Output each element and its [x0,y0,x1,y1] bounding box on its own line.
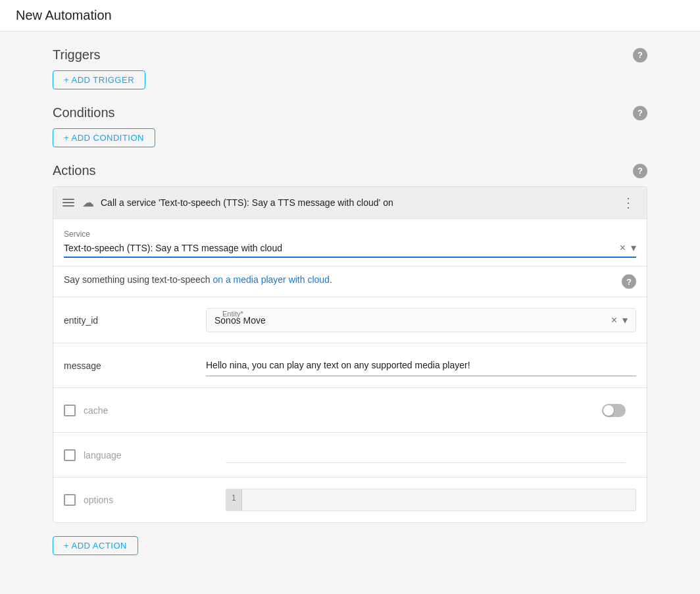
cache-checkbox[interactable] [64,405,76,416]
service-select-value: Text-to-speech (TTS): Say a TTS message … [64,243,620,253]
cache-checkbox-group: cache [64,405,215,416]
drag-handle[interactable] [61,197,76,208]
options-checkbox-group: options [64,494,215,506]
dropdown-arrow-icon[interactable]: ▾ [631,241,636,254]
options-line-number: 1 [226,489,242,510]
cache-label: cache [84,405,215,416]
options-row: options 1 [53,478,647,522]
cloud-upload-icon: ☁ [82,195,94,210]
triggers-help-icon[interactable]: ? [633,48,647,62]
actions-title: Actions [53,163,96,178]
message-control[interactable]: Hello nina, you can play any text on any… [206,355,636,376]
cache-toggle[interactable] [602,404,626,417]
message-value: Hello nina, you can play any text on any… [206,355,636,376]
page-title: New Automation [16,8,112,22]
action-header-text: Call a service 'Text-to-speech (TTS): Sa… [101,197,611,208]
clear-service-icon[interactable]: × [620,242,626,254]
options-label: options [84,495,215,505]
description-row: Say something using text-to-speech on a … [53,266,647,297]
options-control: 1 [226,489,636,511]
language-label: language [84,450,215,460]
service-select-icons: × ▾ [620,241,636,254]
entity-field-label: Entity* [220,310,246,318]
service-select-wrapper[interactable]: Text-to-speech (TTS): Say a TTS message … [64,241,636,258]
conditions-section: Conditions ? + ADD CONDITION [53,105,647,147]
clear-entity-icon[interactable]: × [611,314,617,326]
page-header: New Automation [0,0,700,32]
entity-id-field[interactable]: Entity* Sonos Move × ▾ [206,308,636,332]
service-row: Service Text-to-speech (TTS): Say a TTS … [53,219,647,266]
conditions-title: Conditions [53,105,115,120]
actions-section: Actions ? ☁ Call a service 'Text-to-spee… [53,163,647,555]
action-body: Service Text-to-speech (TTS): Say a TTS … [53,219,647,522]
options-checkbox[interactable] [64,494,76,506]
actions-help-icon[interactable]: ? [633,164,647,178]
description-link: on a media player with cloud [213,274,329,285]
triggers-section: Triggers ? + ADD TRIGGER [53,47,647,89]
language-checkbox-group: language [64,449,215,461]
entity-field-icons: × ▾ [611,314,628,326]
entity-id-label: entity_id [64,315,195,326]
options-field[interactable]: 1 [226,489,636,511]
language-checkbox[interactable] [64,449,76,461]
cache-row: cache [53,388,647,433]
language-row: language [53,433,647,478]
add-condition-button[interactable]: + ADD CONDITION [53,128,155,147]
add-action-button[interactable]: + ADD ACTION [53,536,138,555]
conditions-help-icon[interactable]: ? [633,106,647,120]
action-card: ☁ Call a service 'Text-to-speech (TTS): … [53,186,647,523]
service-field-label: Service [64,230,636,239]
add-action-section: + ADD ACTION [53,536,647,555]
action-card-header: ☁ Call a service 'Text-to-speech (TTS): … [53,187,647,219]
add-trigger-button[interactable]: + ADD TRIGGER [53,70,145,89]
action-menu-button[interactable]: ⋮ [618,193,639,212]
description-help-icon[interactable]: ? [622,274,636,289]
triggers-title: Triggers [53,47,101,62]
entity-id-control: Entity* Sonos Move × ▾ [206,308,636,332]
entity-dropdown-icon[interactable]: ▾ [622,314,628,326]
more-vert-icon: ⋮ [622,195,635,210]
message-row: message Hello nina, you can play any tex… [53,343,647,388]
description-text: Say something using text-to-speech on a … [64,274,332,285]
options-input-area[interactable] [242,489,636,510]
entity-id-row: entity_id Entity* Sonos Move × ▾ [53,297,647,343]
message-label: message [64,360,195,371]
